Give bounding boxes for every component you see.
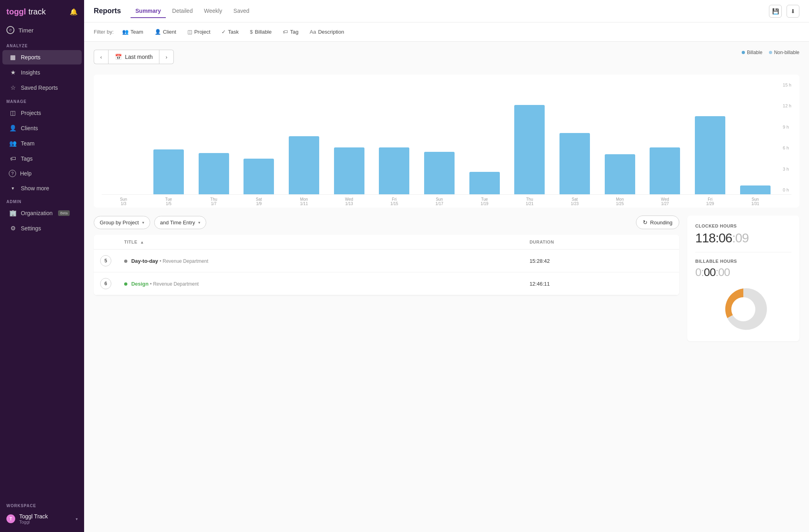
- settings-icon: ⚙: [9, 225, 17, 232]
- stats-section: CLOCKED HOURS 118:06:09 BILLABLE HOURS 0…: [687, 216, 799, 341]
- prev-period-button[interactable]: ‹: [94, 50, 108, 64]
- workspace-item[interactable]: T Toggl Track Toggl ▾: [0, 510, 84, 528]
- filter-tag-label: Tag: [290, 29, 298, 35]
- filter-client[interactable]: 👤 Client: [150, 26, 181, 37]
- time-entry-arrow-icon: ▾: [198, 220, 200, 225]
- project-name: Design: [131, 281, 149, 287]
- sidebar-item-insights[interactable]: ★ Insights: [2, 65, 82, 80]
- table-row[interactable]: 6 Design • Revenue Department 12:46:11: [94, 272, 679, 295]
- tab-detailed[interactable]: Detailed: [167, 4, 197, 18]
- x-label-sun-1-3: Sun 1/3: [102, 197, 145, 206]
- col-count: [94, 235, 118, 250]
- sidebar-item-organization[interactable]: 🏢 Organization Beta: [2, 206, 82, 220]
- bar-sat-1-9-billable: [244, 159, 274, 194]
- bar-thu-1-21: [508, 83, 551, 194]
- project-client: • Revenue Department: [159, 258, 208, 264]
- sidebar-item-clients-label: Clients: [21, 125, 38, 131]
- date-range-selector[interactable]: 📅 Last month: [108, 50, 159, 64]
- row-title-cell: Day-to-day • Revenue Department: [118, 250, 523, 272]
- x-label-thu-1-21: Thu 1/21: [508, 197, 551, 206]
- sidebar-item-saved-reports[interactable]: ☆ Saved Reports: [2, 81, 82, 95]
- manage-section-label: MANAGE: [0, 95, 84, 105]
- filter-project-label: Project: [194, 29, 210, 35]
- tab-weekly[interactable]: Weekly: [199, 4, 227, 18]
- saved-reports-icon: ☆: [9, 84, 17, 91]
- clients-icon: 👤: [9, 125, 17, 132]
- x-label-wed-1-13: Wed 1/13: [327, 197, 371, 206]
- clocked-hours-value: 118:06:09: [695, 231, 791, 246]
- filter-billable[interactable]: $ Billable: [246, 26, 276, 37]
- content-area: ‹ 📅 Last month › Billable Non-billable: [84, 42, 809, 532]
- projects-icon: ◫: [9, 109, 17, 117]
- x-label-sun-1-17: Sun 1/17: [418, 197, 461, 206]
- filter-team[interactable]: 👥 Team: [118, 26, 148, 37]
- bar-mon-1-11-billable: [289, 136, 319, 194]
- filter-client-label: Client: [163, 29, 176, 35]
- insights-icon: ★: [9, 69, 17, 76]
- duration-cell: 12:46:11: [523, 272, 679, 295]
- timer-label: Timer: [18, 27, 34, 34]
- show-more-icon: ▾: [9, 185, 17, 191]
- group-by-arrow-icon: ▾: [142, 220, 144, 225]
- bar-wed-1-13: [327, 83, 371, 194]
- col-title[interactable]: TITLE ▲: [118, 235, 523, 250]
- data-table: TITLE ▲ DURATION 5: [94, 235, 679, 295]
- billable-hours-value: 0:00:00: [695, 266, 791, 279]
- bar-fri-1-29-billable: [695, 116, 725, 194]
- stats-divider: [695, 252, 791, 252]
- x-label-sat-1-9: Sat 1/9: [237, 197, 281, 206]
- client-filter-icon: 👤: [155, 29, 161, 35]
- bar-thu-1-7-billable: [199, 153, 229, 194]
- sidebar-item-settings[interactable]: ⚙ Settings: [2, 221, 82, 236]
- legend-nonbillable-label: Non-billable: [774, 50, 799, 55]
- bell-icon[interactable]: 🔔: [70, 8, 78, 16]
- organization-icon: 🏢: [9, 210, 17, 217]
- bar-fri-1-15-billable: [379, 147, 409, 194]
- group-by-label: Group by Project: [100, 220, 139, 226]
- bar-sun-1-17: [418, 83, 461, 194]
- rounding-label: Rounding: [650, 220, 672, 226]
- timer-item[interactable]: ⏱ Timer: [0, 22, 84, 40]
- filter-description[interactable]: Aa Description: [305, 26, 348, 37]
- time-entry-label: and Time Entry: [160, 220, 195, 226]
- save-button[interactable]: 💾: [769, 5, 782, 18]
- filter-tag[interactable]: 🏷 Tag: [278, 26, 303, 37]
- table-section: Group by Project ▾ and Time Entry ▾ ↻ Ro…: [94, 216, 679, 341]
- workspace-sub: Toggl: [19, 520, 48, 524]
- billable-hours-label: BILLABLE HOURS: [695, 259, 791, 264]
- time-entry-dropdown[interactable]: and Time Entry ▾: [154, 216, 206, 229]
- bar-thu-1-21-billable: [514, 105, 545, 194]
- download-button[interactable]: ⬇: [787, 5, 799, 18]
- tags-icon: 🏷: [9, 155, 17, 162]
- filter-project[interactable]: ◫ Project: [183, 26, 215, 37]
- nonbillable-dot: [769, 51, 772, 54]
- rounding-button[interactable]: ↻ Rounding: [636, 216, 679, 229]
- billable-hours-main: 00: [704, 266, 715, 278]
- table-row[interactable]: 5 Day-to-day • Revenue Department 15:28:…: [94, 250, 679, 272]
- filter-by-label: Filter by:: [94, 29, 114, 35]
- show-more-button[interactable]: ▾ Show more: [2, 181, 82, 195]
- sidebar-item-projects[interactable]: ◫ Projects: [2, 106, 82, 120]
- chevron-down-icon: ▾: [76, 517, 78, 521]
- sidebar-item-clients[interactable]: 👤 Clients: [2, 121, 82, 135]
- tab-summary[interactable]: Summary: [131, 4, 166, 18]
- group-by-dropdown[interactable]: Group by Project ▾: [94, 216, 150, 229]
- clocked-hours-seconds: :09: [732, 231, 749, 245]
- next-period-button[interactable]: ›: [159, 50, 174, 64]
- calendar-icon: 📅: [115, 54, 122, 60]
- chart-legend: Billable Non-billable: [742, 50, 799, 55]
- workspace-avatar: T: [6, 514, 15, 523]
- bars-container: [102, 83, 791, 195]
- sidebar-item-reports[interactable]: ▦ Reports: [2, 50, 82, 64]
- sidebar-item-team[interactable]: 👥 Team: [2, 136, 82, 151]
- tab-saved[interactable]: Saved: [229, 4, 254, 18]
- bar-sun-1-17-billable: [424, 152, 455, 194]
- sidebar-item-insights-label: Insights: [21, 69, 40, 76]
- filter-task[interactable]: ✓ Task: [217, 26, 243, 37]
- workspace-name: Toggl Track: [19, 513, 48, 520]
- sidebar-item-tags[interactable]: 🏷 Tags: [2, 151, 82, 165]
- workspace-info: Toggl Track Toggl: [19, 513, 48, 524]
- help-icon: ?: [9, 170, 16, 177]
- bar-mon-1-25-billable: [605, 154, 635, 194]
- sidebar-item-help[interactable]: ? Help: [2, 166, 82, 181]
